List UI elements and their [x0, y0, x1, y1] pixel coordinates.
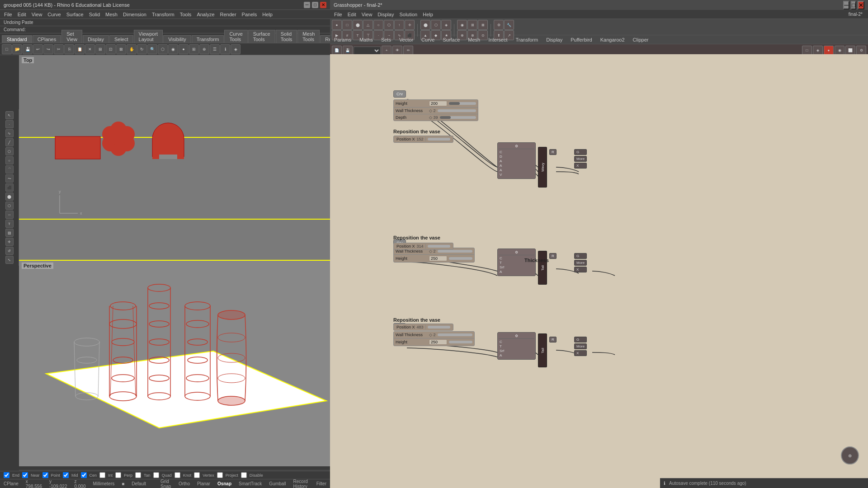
snap-perp[interactable]: [115, 472, 121, 478]
lt-surface[interactable]: ⬛: [5, 183, 14, 192]
gh-m-surface[interactable]: Surface: [440, 37, 462, 42]
snap-vertex[interactable]: [194, 472, 200, 478]
snap-mid[interactable]: [63, 472, 69, 478]
gh-minimize-btn[interactable]: ─: [843, 1, 849, 9]
gh-util-2[interactable]: 🔧: [504, 20, 514, 30]
snap-near[interactable]: [22, 472, 28, 478]
height-slider-g3[interactable]: [449, 341, 472, 343]
perspective-viewport[interactable]: Perspective: [19, 261, 349, 466]
lt-scale[interactable]: ⤡: [5, 256, 14, 264]
lt-mesh[interactable]: ⬡: [5, 202, 14, 210]
gh-tb-loft[interactable]: ⬡: [384, 20, 394, 30]
gh-m-pufferbird[interactable]: Pufferbird: [568, 37, 594, 42]
tab-transform[interactable]: Transform: [192, 35, 224, 43]
lt-curve[interactable]: ∿: [5, 129, 14, 137]
gh-prim-1[interactable]: ⬤: [420, 20, 430, 30]
gh-m-kangaroo[interactable]: Kangaroo2: [598, 37, 627, 42]
menu-edit[interactable]: Edit: [15, 12, 28, 17]
tb-zoom-sel[interactable]: ⊠: [116, 44, 126, 54]
menu-curve[interactable]: Curve: [45, 12, 63, 17]
g-output-g1[interactable]: G: [574, 149, 587, 155]
tb-new[interactable]: □: [2, 44, 12, 54]
tb-render-mode[interactable]: ●: [179, 44, 189, 54]
tb-undo[interactable]: ↩: [33, 44, 43, 54]
lt-circle[interactable]: ○: [5, 156, 14, 164]
menu-transform[interactable]: Transform: [150, 12, 177, 17]
menu-file[interactable]: File: [2, 12, 14, 17]
gh-m-sets[interactable]: Sets: [379, 37, 393, 42]
gh-menu-view[interactable]: View: [359, 12, 375, 17]
tb-pan[interactable]: ✋: [127, 44, 137, 54]
lt-point[interactable]: ·: [5, 120, 14, 128]
tab-visibility[interactable]: Visibility: [163, 35, 191, 43]
lt-poly[interactable]: ⬠: [5, 147, 14, 155]
gh-zoom-select[interactable]: 85%: [354, 47, 381, 55]
lt-move[interactable]: ✛: [5, 238, 14, 246]
snap-int[interactable]: [99, 472, 105, 478]
tb-snap[interactable]: ⊕: [199, 44, 209, 54]
lt-select[interactable]: ↖: [5, 111, 14, 119]
snap-disable[interactable]: [241, 472, 247, 478]
menu-panels[interactable]: Panels: [240, 12, 259, 17]
tb-material[interactable]: ◈: [231, 44, 241, 54]
tb-copy[interactable]: ⎘: [64, 44, 74, 54]
height-input-g2[interactable]: [429, 256, 447, 261]
more-output-g3[interactable]: More: [574, 343, 587, 349]
lt-freeform[interactable]: 〜: [5, 174, 14, 183]
tb-save[interactable]: 💾: [23, 44, 33, 54]
gh-canvas[interactable]: Crv Height Wall Thickness ◇ 2 Depth ◇ 39: [330, 54, 868, 478]
gh-tb-sphere[interactable]: ●: [332, 20, 342, 30]
menu-solid[interactable]: Solid: [87, 12, 102, 17]
gh-m-display[interactable]: Display: [544, 37, 565, 42]
lt-rotate-tool[interactable]: ↺: [5, 247, 14, 255]
gh-menu-edit[interactable]: Edit: [345, 12, 359, 17]
tab-select[interactable]: Select: [109, 35, 133, 43]
tb-redo[interactable]: ↪: [43, 44, 53, 54]
gh-tb-extrude[interactable]: ↑: [394, 20, 404, 30]
gh-prim-3[interactable]: ◈: [441, 20, 451, 30]
gh-input-1[interactable]: ◉: [457, 20, 467, 30]
gh-maximize-btn[interactable]: □: [851, 1, 856, 9]
snap-knot[interactable]: [175, 472, 180, 478]
wall-thickness-slider-g1[interactable]: [438, 109, 476, 112]
main-proc-node-g3[interactable]: ⚙ C T Srf A: [497, 332, 536, 360]
gh-tb-cone[interactable]: △: [363, 20, 373, 30]
r-output-g3[interactable]: R: [549, 337, 557, 343]
snap-project[interactable]: [217, 472, 223, 478]
tb-shade[interactable]: ◉: [168, 44, 178, 54]
wall-thickness-slider-g3[interactable]: [438, 333, 472, 336]
position-x-slider-g2[interactable]: [428, 245, 450, 248]
gh-m-transform[interactable]: Transform: [513, 37, 540, 42]
r-output-g2[interactable]: R: [549, 253, 557, 259]
tab-solid-tools[interactable]: Solid Tools: [276, 30, 297, 43]
gh-input-2[interactable]: ⊞: [467, 20, 477, 30]
gh-util-1[interactable]: ⚙: [494, 20, 504, 30]
crv-node-g1[interactable]: Crv: [393, 90, 406, 98]
menu-render[interactable]: Render: [218, 12, 239, 17]
tb-cut[interactable]: ✂: [54, 44, 64, 54]
tb-rotate[interactable]: ↻: [137, 44, 147, 54]
gh-menu-solution[interactable]: Solution: [397, 12, 420, 17]
tb-paste[interactable]: 📋: [75, 44, 85, 54]
lt-arc[interactable]: ⌒: [5, 165, 14, 174]
tab-set-view[interactable]: Set View: [61, 30, 82, 43]
position-x-slider-g1[interactable]: [428, 138, 450, 141]
gh-input-3[interactable]: ⊠: [478, 20, 488, 30]
gh-tb-pipe[interactable]: ○: [373, 20, 383, 30]
gh-prim-2[interactable]: ⬡: [431, 20, 441, 30]
gh-menu-help[interactable]: Help: [420, 12, 435, 17]
gh-tb-box[interactable]: □: [342, 20, 352, 30]
tb-zoom-ext[interactable]: ⊡: [106, 44, 116, 54]
gh-tb-cylinder[interactable]: ⬤: [353, 20, 363, 30]
tb-select-all[interactable]: ⊞: [95, 44, 105, 54]
main-proc-node-g1[interactable]: ⚙ C D A A A V: [497, 142, 536, 179]
tab-standard[interactable]: Standard: [2, 35, 32, 43]
tb-props[interactable]: ℹ: [220, 44, 230, 54]
gh-m-curve[interactable]: Curve: [419, 37, 437, 42]
gh-m-intersect[interactable]: Intersect: [486, 37, 509, 42]
snap-cen[interactable]: [81, 472, 87, 478]
gh-m-vector[interactable]: Vector: [397, 37, 415, 42]
rhino-minimize-btn[interactable]: ─: [304, 2, 310, 8]
wall-thickness-slider-g2[interactable]: [438, 250, 472, 253]
gh-m-maths[interactable]: Maths: [357, 37, 375, 42]
